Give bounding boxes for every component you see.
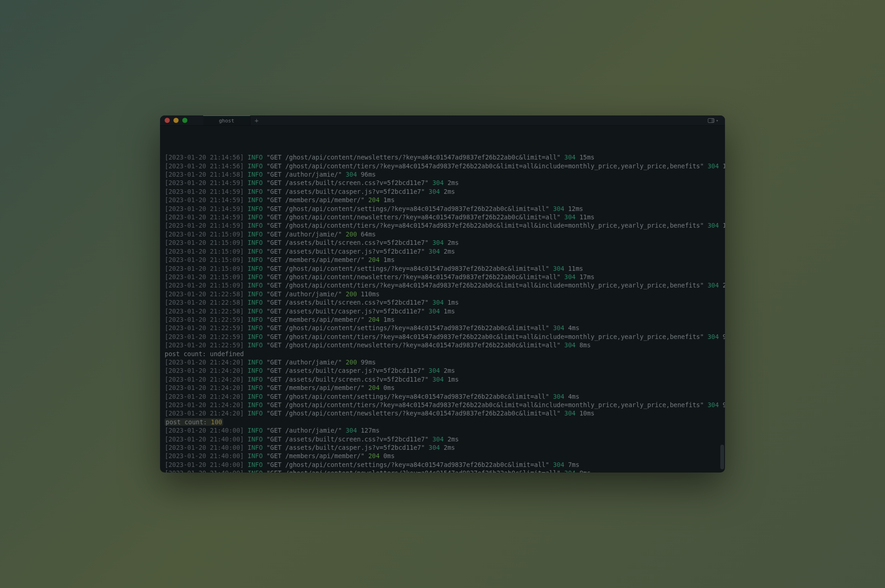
scrollbar-thumb[interactable]: [720, 445, 724, 469]
log-request: "GET /ghost/api/content/newsletters/?key…: [266, 469, 560, 473]
log-status: 304: [553, 461, 564, 468]
log-level: INFO: [248, 409, 263, 417]
log-status: 204: [368, 196, 379, 204]
log-line: [2023-01-20 21:24:20] INFO "GET /ghost/a…: [165, 401, 720, 409]
log-status: 304: [429, 188, 440, 195]
log-timestamp: [2023-01-20 21:24:20]: [165, 409, 244, 417]
log-line: [2023-01-20 21:15:09] INFO "GET /ghost/a…: [165, 273, 720, 281]
log-request: "GET /ghost/api/content/tiers/?key=a84c0…: [266, 401, 704, 409]
log-line: [2023-01-20 21:22:59] INFO "GET /ghost/a…: [165, 332, 720, 341]
chevron-down-icon[interactable]: ▾: [716, 118, 718, 123]
log-level: INFO: [248, 367, 263, 374]
log-request: "GET /assets/built/casper.js?v=5f2bcd11e…: [266, 444, 424, 451]
log-request: "GET /assets/built/casper.js?v=5f2bcd11e…: [266, 248, 424, 255]
log-timestamp: [2023-01-20 21:15:09]: [165, 265, 244, 272]
log-timestamp: [2023-01-20 21:22:58]: [165, 307, 244, 315]
log-duration: 2ms: [444, 188, 455, 195]
log-duration: 127ms: [361, 427, 380, 434]
log-line: post count: 100: [165, 418, 720, 426]
log-line: [2023-01-20 21:40:00] INFO "GET /assets/…: [165, 435, 720, 443]
tab-label: ghost: [219, 118, 234, 124]
log-timestamp: [2023-01-20 21:24:20]: [165, 367, 244, 374]
log-line: [2023-01-20 21:14:59] INFO "GET /members…: [165, 196, 720, 204]
log-line: [2023-01-20 21:14:56] INFO "GET /ghost/a…: [165, 162, 720, 170]
log-level: INFO: [248, 384, 263, 391]
log-line: [2023-01-20 21:14:59] INFO "GET /ghost/a…: [165, 221, 720, 230]
log-request: "GET /ghost/api/content/tiers/?key=a84c0…: [266, 281, 704, 289]
log-duration: 96ms: [361, 171, 376, 178]
log-level: INFO: [248, 196, 263, 204]
log-request: "GET /ghost/api/content/settings/?key=a8…: [266, 393, 549, 400]
log-timestamp: [2023-01-20 21:24:20]: [165, 393, 244, 400]
log-status: 304: [346, 427, 357, 434]
log-timestamp: [2023-01-20 21:40:00]: [165, 469, 244, 473]
log-status: 304: [429, 367, 440, 374]
log-status: 304: [432, 239, 443, 246]
log-timestamp: [2023-01-20 21:15:09]: [165, 239, 244, 246]
log-status: 204: [368, 316, 379, 323]
log-duration: 15ms: [579, 153, 595, 161]
log-line: [2023-01-20 21:22:58] INFO "GET /assets/…: [165, 298, 720, 307]
maximize-icon[interactable]: [182, 118, 187, 123]
log-level: INFO: [248, 324, 263, 332]
log-level: INFO: [248, 273, 263, 281]
log-duration: 11ms: [579, 213, 595, 221]
log-timestamp: [2023-01-20 21:40:00]: [165, 452, 244, 460]
log-level: INFO: [248, 256, 263, 263]
log-timestamp: [2023-01-20 21:15:09]: [165, 256, 244, 263]
log-timestamp: [2023-01-20 21:22:59]: [165, 324, 244, 332]
log-level: INFO: [248, 333, 263, 340]
log-timestamp: [2023-01-20 21:15:09]: [165, 273, 244, 281]
log-line: [2023-01-20 21:14:59] INFO "GET /assets/…: [165, 179, 720, 187]
log-status: 204: [368, 452, 379, 460]
tab-ghost[interactable]: ghost: [203, 115, 250, 125]
log-request: "GET /ghost/api/content/tiers/?key=a84c0…: [266, 333, 704, 340]
log-level: INFO: [248, 299, 263, 306]
new-tab-button[interactable]: +: [250, 115, 263, 125]
log-line: [2023-01-20 21:40:00] INFO "GET /ghost/a…: [165, 469, 720, 473]
log-duration: 2ms: [448, 239, 459, 246]
log-status: 200: [346, 290, 357, 298]
log-status: 200: [346, 230, 357, 238]
log-request: "GET /ghost/api/content/newsletters/?key…: [266, 153, 560, 161]
panes-icon[interactable]: [708, 118, 714, 123]
log-duration: 2ms: [444, 444, 455, 451]
log-timestamp: [2023-01-20 21:14:59]: [165, 179, 244, 186]
log-line: [2023-01-20 21:14:58] INFO "GET /author/…: [165, 170, 720, 179]
log-request: "GET /assets/built/screen.css?v=5f2bcd11…: [266, 179, 429, 186]
log-request: "GET /members/api/member/": [266, 256, 364, 263]
log-status: 304: [553, 324, 564, 332]
log-timestamp: [2023-01-20 21:40:00]: [165, 435, 244, 443]
log-request: "GET /author/jamie/": [266, 358, 342, 366]
log-timestamp: [2023-01-20 21:22:59]: [165, 316, 244, 323]
log-timestamp: [2023-01-20 21:14:59]: [165, 188, 244, 195]
log-status: 304: [564, 409, 576, 417]
log-line: [2023-01-20 21:24:20] INFO "GET /members…: [165, 383, 720, 392]
minimize-icon[interactable]: [173, 118, 179, 123]
close-icon[interactable]: [165, 118, 170, 123]
log-line: [2023-01-20 21:40:00] INFO "GET /members…: [165, 452, 720, 460]
log-status: 304: [564, 469, 576, 473]
log-level: INFO: [248, 316, 263, 323]
log-level: INFO: [248, 248, 263, 255]
log-level: INFO: [248, 341, 263, 349]
log-request: "GET /ghost/api/content/settings/?key=a8…: [266, 324, 549, 332]
log-level: INFO: [248, 188, 263, 195]
log-timestamp: [2023-01-20 21:14:59]: [165, 196, 244, 204]
log-level: INFO: [248, 307, 263, 315]
log-timestamp: [2023-01-20 21:22:59]: [165, 341, 244, 349]
log-request: "GET /assets/built/screen.css?v=5f2bcd11…: [266, 376, 429, 383]
log-request: "GET /assets/built/screen.css?v=5f2bcd11…: [266, 299, 429, 306]
log-duration: 2ms: [444, 367, 455, 374]
titlebar-right: ▾: [708, 118, 720, 123]
log-timestamp: [2023-01-20 21:24:20]: [165, 376, 244, 383]
log-duration: 4ms: [568, 393, 579, 400]
log-line: [2023-01-20 21:14:59] INFO "GET /assets/…: [165, 187, 720, 196]
log-line: [2023-01-20 21:40:00] INFO "GET /ghost/a…: [165, 460, 720, 469]
log-line: [2023-01-20 21:40:00] INFO "GET /assets/…: [165, 443, 720, 452]
log-duration: 1ms: [444, 307, 455, 315]
log-line: [2023-01-20 21:22:59] INFO "GET /ghost/a…: [165, 341, 720, 349]
scrollbar[interactable]: [720, 126, 724, 473]
log-status: 304: [707, 162, 718, 170]
terminal-output[interactable]: [2023-01-20 21:14:56] INFO "GET /ghost/a…: [160, 126, 725, 473]
